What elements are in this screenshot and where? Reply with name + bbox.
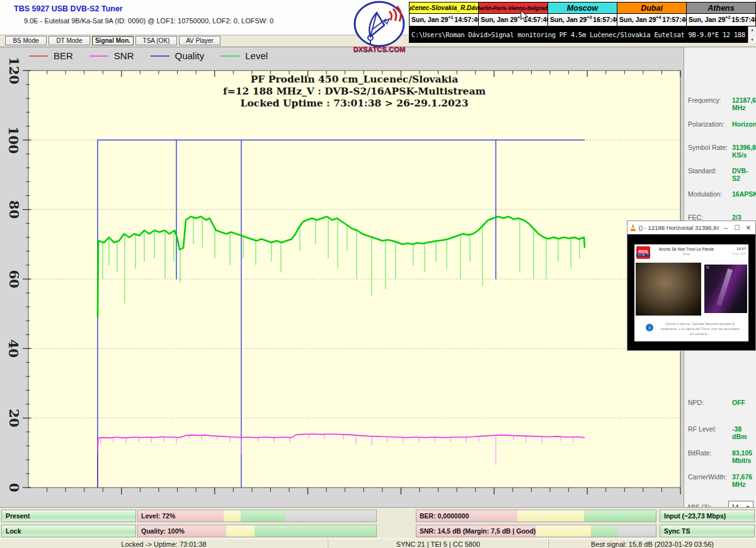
console-text: C:\Users\Roman Dávid>Signal monitoring_P…: [411, 31, 756, 38]
sidebar-label-rflevel: RF Level:: [688, 425, 716, 433]
gauge-segment-yellow: [226, 525, 255, 537]
gauge-segment-yellow: [224, 510, 240, 522]
tab-av-player[interactable]: AV Player: [179, 36, 220, 45]
sidebar-label-bitrate: BitRate:: [688, 449, 711, 457]
vlc-broadcast-header: RDS SOCIAL TV Anche Se Non Trovi Le Paro…: [634, 244, 748, 261]
channel-logo-text: RDS: [639, 249, 648, 254]
indicator-present: Present: [1, 510, 136, 522]
legend-item-quality: Quality: [151, 50, 205, 61]
gauge-segment-yellow: [536, 525, 591, 537]
gauge-snr: SNR: 14,5 dB (Margin: 7,5 dB | Good): [416, 525, 656, 537]
clock-time-value: 17:57:40: [662, 16, 689, 23]
clock-dubai[interactable]: DubaiSun, Jan 29+417:57:40: [617, 3, 687, 26]
legend-label: Level: [245, 50, 268, 61]
now-playing-artist: Ernia: [653, 253, 719, 256]
sidebar-value-carrierwidth: 37,676 MHz: [732, 473, 756, 488]
clock-city-label: Moscow: [548, 3, 617, 14]
clock-time: Sun, Jan 29+215:57:40: [687, 14, 755, 25]
console-scrollbar[interactable]: ▲ ▼: [748, 26, 756, 43]
clock-time: Sun, Jan 29+114:57:40: [410, 14, 478, 25]
sidebar-label-standard: Standard:: [688, 167, 717, 174]
world-clocks: Lučenec-Slovakia_R.DávidSun, Jan 29+114:…: [409, 2, 756, 26]
clock-date: Sun, Jan 29: [619, 16, 656, 23]
status-bar: Locked -> Uptime: 73:01:38 SYNC 21 | TEI…: [0, 539, 756, 548]
sidebar-label-symbolrate: Symbol Rate:: [688, 144, 728, 151]
tab-dt-mode[interactable]: DT Mode: [49, 36, 90, 45]
clock-utc-offset: +2: [725, 15, 730, 20]
legend-item-ber: BER: [29, 50, 73, 61]
header: TBS 5927 USB DVB-S2 Tuner 9.0E - Eutelsa…: [0, 0, 756, 35]
scroll-down-icon[interactable]: ▼: [751, 38, 753, 42]
vlc-maximize-button[interactable]: ☐: [733, 224, 742, 231]
vlc-window[interactable]: () - 12188 Horizontal 31396,849... – ☐ ✕…: [627, 220, 756, 351]
clock-time-value: 14:57:40: [454, 16, 481, 23]
caption-text: Uomini e donne, Carlotta Savorelli opera…: [658, 321, 742, 336]
svg-text:0: 0: [6, 483, 22, 493]
chart-legend: BERSNRQualityLevel: [29, 50, 268, 61]
clock-city-label: Lučenec-Slovakia_R.Dávid: [410, 3, 478, 14]
signal-gauges: PresentLevel: 72%BER: 0,0000000Input (~2…: [0, 507, 756, 539]
gauge-level: Level: 72%: [137, 510, 377, 522]
gauge-snr-label: SNR: 14,5 dB (Margin: 7,5 dB | Good): [420, 525, 536, 537]
legend-label: BER: [54, 50, 73, 61]
tab-signal-mon-[interactable]: Signal Mon.: [92, 36, 134, 45]
status-sync-counters: SYNC 21 | TEI 5 | CC 5800: [328, 539, 548, 548]
gauge-segment-gray: [617, 525, 656, 537]
gauge-segment-gray: [285, 510, 376, 522]
vlc-minimize-button[interactable]: –: [721, 224, 730, 231]
broadcast-date: 29 gen 2023: [732, 252, 746, 255]
clock-time: Sun, Jan 29+114:57:40: [479, 14, 547, 25]
clock-date: Sun, Jan 29: [689, 16, 725, 23]
sidebar-value-polarization: Horizontal: [732, 120, 756, 128]
indicator-input-mbps-: Input (~23,73 Mbps): [660, 510, 755, 522]
vlc-video-content: RDS SOCIAL TV Anche Se Non Trovi Le Paro…: [634, 244, 748, 341]
sidebar-label-polarization: Polarization:: [688, 120, 724, 128]
legend-swatch-ber: [29, 55, 48, 57]
clock-city-label: Athens: [687, 3, 755, 14]
clock-utc-offset: +1: [448, 15, 453, 20]
dxsatcs-logo: DXSATCS.COM: [352, 0, 407, 55]
gauge-segment-yellow: [517, 510, 584, 522]
clock-utc-offset: +1: [517, 15, 522, 20]
clock-date: Sun, Jan 29: [550, 16, 587, 23]
svg-text:40: 40: [6, 340, 21, 358]
gauge-segment-green: [591, 525, 617, 537]
legend-item-snr: SNR: [89, 50, 134, 61]
scroll-up-icon[interactable]: ▲: [751, 28, 753, 31]
gauge-segment-green: [584, 510, 656, 522]
app-window: TBS 5927 USB DVB-S2 Tuner 9.0E - Eutelsa…: [0, 0, 756, 548]
clock-berlin-paris-vienna-belgrade[interactable]: Berlin-Paris-Vienna-BelgradeSun, Jan 29+…: [479, 3, 548, 26]
window-title: TBS 5927 USB DVB-S2 Tuner: [14, 4, 123, 13]
tab-tsa-ok-[interactable]: TSA (OK): [135, 36, 177, 45]
logo-text: DXSATCS.COM: [352, 45, 407, 53]
window-subtitle: 9.0E - Eutelsat 9B/Ka-Sat 9A (ID: 0090) …: [24, 17, 273, 25]
console-output[interactable]: C:\Users\Roman Dávid>Signal monitoring_P…: [409, 26, 756, 43]
gauge-segment-green: [241, 510, 286, 522]
gauge-segment-green: [255, 525, 376, 537]
tab-bs-mode[interactable]: BS Mode: [5, 36, 47, 45]
clock-time-value: 16:57:40: [593, 16, 619, 23]
sidebar-value-frequency: 12187,624 MHz: [732, 96, 756, 111]
thumbnail-label: Dj: [706, 266, 709, 269]
clock-time: Sun, Jan 29+417:57:40: [617, 14, 686, 25]
indicator-lock: Lock: [1, 525, 136, 537]
vlc-window-title: () - 12188 Horizontal 31396,849...: [639, 224, 719, 231]
stage-light: [716, 268, 733, 306]
gauge-quality-label: Quality: 100%: [141, 525, 185, 537]
gauge-ber: BER: 0,0000000: [416, 510, 656, 522]
clock-date: Sun, Jan 29: [481, 16, 517, 23]
clock-moscow[interactable]: MoscowSun, Jan 29+316:57:40: [548, 3, 617, 26]
sidebar-label-carrierwidth: CarrierWidth:: [688, 473, 727, 481]
sidebar-label-npd: NPD:: [688, 399, 704, 406]
sidebar-value-modulation: 16APSK: [732, 190, 756, 198]
clock-lu-enec-slovakia-r-d-vid[interactable]: Lučenec-Slovakia_R.DávidSun, Jan 29+114:…: [410, 3, 479, 26]
vlc-titlebar[interactable]: () - 12188 Horizontal 31396,849... – ☐ ✕: [627, 221, 755, 234]
channel-logo-subtext: SOCIAL TV: [636, 254, 650, 256]
sidebar-value-standard: DVB-S2: [732, 167, 756, 182]
sidebar-value-rflevel: -38 dBm: [732, 425, 756, 440]
signal-chart: 020406080100120: [0, 46, 684, 506]
clock-athens[interactable]: AthensSun, Jan 29+215:57:40: [687, 3, 755, 26]
clock-time: Sun, Jan 29+316:57:40: [548, 14, 617, 25]
vlc-close-button[interactable]: ✕: [744, 224, 753, 231]
video-thumbnail-right: Dj: [704, 265, 747, 313]
